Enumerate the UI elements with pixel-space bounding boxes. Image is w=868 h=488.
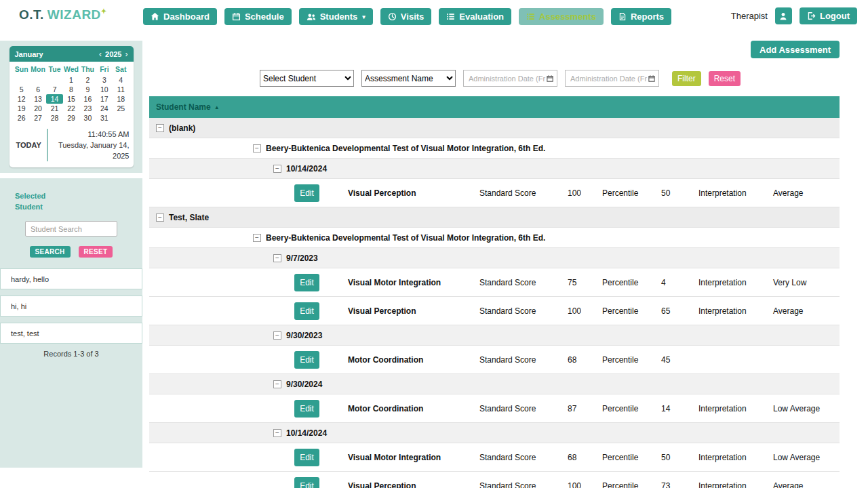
calendar-day[interactable]: 21 <box>46 104 62 113</box>
collapse-icon[interactable]: − <box>273 380 281 388</box>
assessment-table: Student Name ▲ −(blank)−Beery-Buktenica … <box>149 96 840 488</box>
edit-button[interactable]: Edit <box>294 351 319 369</box>
calendar-day[interactable]: 22 <box>63 104 79 113</box>
collapse-icon[interactable]: − <box>156 214 164 222</box>
calendar-day[interactable]: 17 <box>96 94 113 104</box>
calendar-day[interactable]: 6 <box>30 85 46 94</box>
calendar-day[interactable]: 3 <box>96 75 113 85</box>
interpretation-value: Very Low <box>773 278 806 287</box>
student-list-item[interactable]: test, test <box>0 323 142 344</box>
selected-student-title-line1: Selected <box>15 190 142 201</box>
calendar-day[interactable]: 14 <box>46 94 62 104</box>
calendar-day[interactable]: 2 <box>79 75 96 85</box>
person-icon <box>778 12 788 21</box>
calendar-day[interactable]: 31 <box>96 113 113 123</box>
logout-label: Logout <box>820 11 850 21</box>
sidebar: January ‹ 2025 › SunMonTueWedThuFriSat12… <box>0 41 142 468</box>
calendar-day[interactable]: 25 <box>113 104 129 113</box>
add-assessment-button[interactable]: Add Assessment <box>751 41 840 58</box>
collapse-icon[interactable]: − <box>273 254 281 262</box>
calendar-day[interactable]: 30 <box>79 113 96 123</box>
interpretation-label: Interpretation <box>698 453 747 462</box>
group-label: Beery-Buktenica Developmental Test of Vi… <box>266 233 545 243</box>
interpretation-value: Average <box>773 481 803 488</box>
interpretation-label: Interpretation <box>698 278 747 287</box>
calendar-day[interactable]: 13 <box>30 94 46 104</box>
chevron-down-icon: ▾ <box>362 14 366 20</box>
edit-button[interactable]: Edit <box>294 184 319 202</box>
student-list-item[interactable]: hi, hi <box>0 296 142 317</box>
edit-button[interactable]: Edit <box>294 302 319 320</box>
logout-button[interactable]: Logout <box>800 7 857 24</box>
edit-button[interactable]: Edit <box>294 449 319 466</box>
user-avatar-button[interactable] <box>775 7 792 24</box>
filter-reset-button[interactable]: Reset <box>709 71 741 86</box>
student-list-item[interactable]: hardy, hello <box>0 268 142 289</box>
calendar-day[interactable]: 23 <box>79 104 96 113</box>
calendar-day[interactable]: 15 <box>63 94 79 104</box>
calendar-year: 2025 <box>105 50 121 58</box>
nav-item-students[interactable]: Students▾ <box>299 8 373 25</box>
percentile-value: 65 <box>661 306 670 316</box>
calendar-day[interactable]: 8 <box>63 85 79 94</box>
student-select[interactable]: Select Student <box>260 70 354 87</box>
calendar-icon[interactable] <box>648 75 656 83</box>
weekday-label: Sat <box>113 64 129 75</box>
calendar-day[interactable]: 27 <box>30 113 46 123</box>
calendar-widget: January ‹ 2025 › SunMonTueWedThuFriSat12… <box>9 46 134 167</box>
table-header[interactable]: Student Name ▲ <box>149 96 840 118</box>
calendar-next-button[interactable]: › <box>125 50 128 58</box>
reset-button[interactable]: RESET <box>79 246 113 258</box>
calendar-icon[interactable] <box>546 75 554 83</box>
search-button[interactable]: SEARCH <box>30 246 71 258</box>
group-row: −Test, Slate <box>149 207 840 228</box>
collapse-icon[interactable]: − <box>253 144 261 152</box>
nav-item-assessments[interactable]: Assessments <box>519 8 604 25</box>
collapse-icon[interactable]: − <box>273 331 281 340</box>
selected-student-title-line2: Student <box>15 201 142 212</box>
group-label: 9/30/2024 <box>286 380 322 389</box>
collapse-icon[interactable]: − <box>253 234 261 242</box>
administration-date-to-input[interactable] <box>570 75 648 83</box>
calendar-day[interactable]: 19 <box>14 104 30 113</box>
collapse-icon[interactable]: − <box>156 124 164 132</box>
administration-date-from-input[interactable] <box>469 75 546 83</box>
current-time: 11:40:55 AM <box>54 129 130 140</box>
edit-button[interactable]: Edit <box>294 400 319 418</box>
calendar-day[interactable]: 9 <box>79 85 96 94</box>
calendar-day[interactable]: 16 <box>79 94 96 104</box>
percentile-value: 50 <box>661 188 670 198</box>
nav-item-evaluation[interactable]: Evaluation <box>439 8 511 25</box>
student-search-input[interactable] <box>25 221 117 237</box>
assessment-name-select[interactable]: Assessment Name <box>361 70 456 87</box>
nav-item-reports[interactable]: Reports <box>611 8 671 25</box>
percentile-label: Percentile <box>602 481 638 488</box>
calendar-day[interactable]: 4 <box>113 75 129 85</box>
edit-button[interactable]: Edit <box>294 477 319 488</box>
percentile-label: Percentile <box>602 278 638 287</box>
filter-button[interactable]: Filter <box>672 71 701 86</box>
calendar-day[interactable]: 11 <box>113 85 129 94</box>
calendar-day[interactable]: 18 <box>113 94 129 104</box>
collapse-icon[interactable]: − <box>273 429 281 437</box>
calendar-day[interactable]: 20 <box>30 104 46 113</box>
edit-button[interactable]: Edit <box>294 274 319 291</box>
calendar-day[interactable]: 26 <box>14 113 30 123</box>
collapse-icon[interactable]: − <box>273 165 281 173</box>
calendar-day[interactable]: 5 <box>14 85 30 94</box>
nav-item-dashboard[interactable]: Dashboard <box>143 8 217 25</box>
weekday-label: Tue <box>46 64 62 75</box>
calendar-prev-button[interactable]: ‹ <box>99 50 102 58</box>
calendar-day[interactable]: 7 <box>46 85 62 94</box>
calendar-day[interactable]: 10 <box>96 85 113 94</box>
nav-item-schedule[interactable]: Schedule <box>224 8 292 25</box>
calendar-day[interactable]: 12 <box>14 94 30 104</box>
calendar-day[interactable]: 1 <box>63 75 79 85</box>
calendar-day[interactable]: 28 <box>46 113 62 123</box>
group-label: 9/7/2023 <box>286 253 318 263</box>
student-name-column-header: Student Name <box>156 102 211 112</box>
calendar-day-empty <box>46 75 62 85</box>
calendar-day[interactable]: 24 <box>96 104 113 113</box>
calendar-day[interactable]: 29 <box>63 113 79 123</box>
nav-item-visits[interactable]: Visits <box>380 8 431 25</box>
